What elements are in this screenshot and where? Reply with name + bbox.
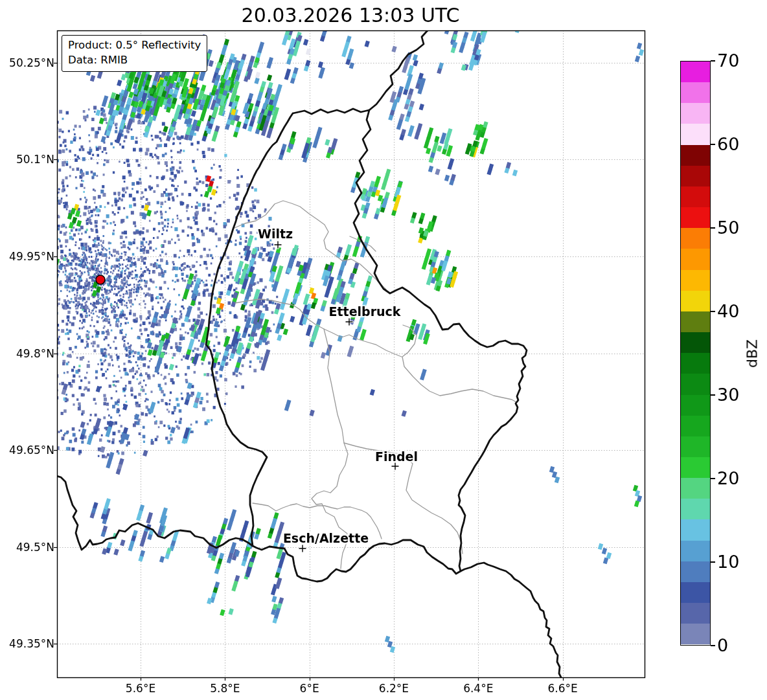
colorbar-tick (711, 645, 715, 646)
colorbar-tick (711, 227, 715, 229)
figure-title: 20.03.2026 13:03 UTC (242, 4, 460, 27)
colorbar-band (681, 207, 710, 228)
colorbar-band (681, 624, 710, 644)
colorbar-tick-label: 20 (717, 469, 739, 488)
city-label: Esch/Alzette (283, 531, 369, 545)
colorbar-band (681, 436, 710, 457)
product-info-box: Product: 0.5° Reflectivity Data: RMIB (62, 35, 207, 72)
product-line: Product: 0.5° Reflectivity (68, 38, 201, 53)
colorbar-band (681, 519, 710, 540)
x-tick-label: 5.6°E (126, 682, 155, 695)
colorbar-tick-label: 60 (717, 135, 739, 154)
colorbar-band (681, 582, 710, 603)
colorbar-tick-label: 0 (717, 636, 728, 655)
radar-figure: 20.03.2026 13:03 UTC Product: 0.5° Refle… (0, 0, 767, 700)
x-tick-label: 6°E (300, 682, 319, 695)
y-tick-label: 50.1°N (0, 153, 54, 166)
colorbar-band (681, 166, 710, 186)
colorbar-tick (711, 394, 715, 396)
colorbar-band (681, 311, 710, 332)
colorbar-band (681, 374, 710, 394)
y-tick-label: 49.8°N (0, 347, 54, 360)
colorbar-band (681, 82, 710, 103)
colorbar-band (681, 228, 710, 249)
colorbar-band (681, 291, 710, 311)
colorbar-band (681, 186, 710, 207)
x-tick-label: 6.6°E (547, 682, 577, 695)
x-tick-label: 6.4°E (463, 682, 493, 695)
colorbar-tick-label: 50 (717, 218, 739, 238)
colorbar-tick (711, 144, 715, 145)
colorbar-tick-label: 10 (717, 552, 739, 572)
colorbar-tick (711, 478, 715, 479)
colorbar-tick (711, 561, 715, 563)
colorbar-band (681, 270, 710, 291)
data-source-line: Data: RMIB (68, 53, 201, 68)
colorbar-tick-label: 70 (717, 51, 739, 71)
y-tick-label: 49.65°N (0, 444, 54, 457)
city-label: Ettelbruck (329, 304, 401, 319)
city-label: Findel (375, 449, 418, 464)
colorbar-axis-label: dBZ (744, 339, 761, 368)
colorbar-tick (711, 311, 715, 312)
colorbar-gradient (680, 61, 711, 646)
colorbar-band (681, 603, 710, 624)
y-tick-label: 49.5°N (0, 541, 54, 554)
colorbar-band (681, 332, 710, 353)
colorbar-band (681, 457, 710, 478)
colorbar-band (681, 395, 710, 416)
colorbar-tick (711, 60, 715, 62)
colorbar-band (681, 416, 710, 436)
colorbar-tick-label: 40 (717, 302, 739, 321)
colorbar-band (681, 499, 710, 519)
y-tick-label: 49.35°N (0, 637, 54, 650)
colorbar-band (681, 561, 710, 582)
colorbar-band (681, 62, 710, 82)
colorbar-band (681, 145, 710, 166)
y-tick-label: 50.25°N (0, 56, 54, 69)
x-tick-label: 6.2°E (379, 682, 409, 695)
colorbar-band (681, 541, 710, 561)
city-label: Wiltz (258, 227, 293, 241)
colorbar-band (681, 124, 710, 144)
colorbar-band (681, 249, 710, 269)
colorbar-band (681, 103, 710, 124)
colorbar-band (681, 353, 710, 374)
colorbar-band (681, 478, 710, 499)
colorbar-tick-label: 30 (717, 385, 739, 405)
x-tick-label: 5.8°E (210, 682, 240, 695)
y-tick-label: 49.95°N (0, 250, 54, 263)
radar-map-canvas (0, 0, 767, 700)
